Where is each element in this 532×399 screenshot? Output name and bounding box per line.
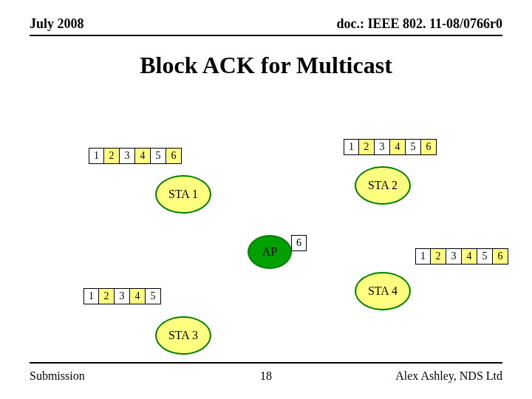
packet-cell: 2: [99, 288, 115, 304]
packet-cell: 6: [291, 235, 307, 251]
node-sta3: STA 3: [155, 316, 211, 355]
packets-ap: 6: [291, 235, 307, 251]
node-sta4: STA 4: [355, 272, 411, 310]
packet-cell: 1: [344, 139, 359, 155]
node-ap: AP: [248, 235, 292, 269]
packet-cell: 5: [406, 139, 421, 155]
hdr-docnum: doc.: IEEE 802. 11-08/0766r0: [336, 16, 502, 32]
packet-cell: 1: [83, 288, 99, 304]
packet-cell: 5: [477, 248, 493, 265]
packet-cell: 3: [446, 248, 462, 265]
ftr-right: Alex Ashley, NDS Ltd: [395, 369, 502, 383]
packet-cell: 2: [104, 148, 120, 164]
packets-sta3: 12345: [83, 288, 161, 304]
packet-cell: 6: [493, 248, 508, 265]
packet-cell: 4: [390, 139, 406, 155]
hdr-date: July 2008: [30, 16, 84, 32]
packets-sta1: 123456: [89, 148, 182, 164]
packet-cell: 6: [166, 148, 182, 164]
slide-title: Block ACK for Multicast: [0, 52, 532, 79]
packet-cell: 6: [421, 139, 437, 155]
packet-cell: 5: [146, 288, 161, 304]
packet-cell: 2: [431, 248, 446, 265]
ftr-rule: [30, 362, 502, 364]
hdr-rule: [30, 35, 502, 36]
packet-cell: 4: [462, 248, 477, 265]
packet-cell: 5: [151, 148, 166, 164]
node-sta1: STA 1: [155, 175, 211, 214]
packet-cell: 2: [359, 139, 375, 155]
packet-cell: 1: [415, 248, 431, 265]
slide: July 2008 doc.: IEEE 802. 11-08/0766r0 B…: [0, 0, 532, 399]
packet-cell: 3: [120, 148, 135, 164]
packet-cell: 1: [89, 148, 104, 164]
packet-cell: 3: [115, 288, 130, 304]
node-sta2: STA 2: [355, 166, 411, 205]
packets-sta2: 123456: [344, 139, 437, 155]
packet-cell: 4: [130, 288, 146, 304]
packet-cell: 3: [375, 139, 390, 155]
packet-cell: 4: [135, 148, 151, 164]
packets-sta4: 123456: [415, 248, 508, 265]
